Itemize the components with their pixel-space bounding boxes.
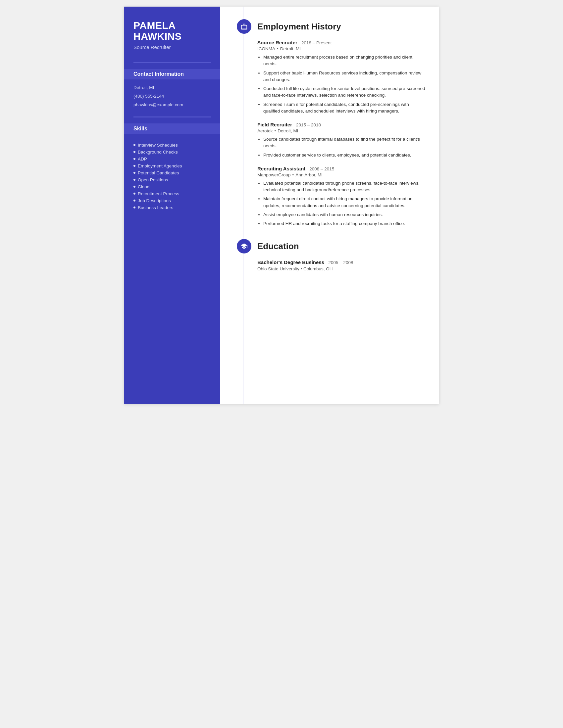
job-block: Recruiting Assistant 2008 – 2015 Manpowe… bbox=[237, 166, 426, 227]
skill-item: Potential Candidates bbox=[133, 170, 211, 175]
skill-label: Interview Schedules bbox=[138, 143, 178, 148]
skill-item: Recruitment Process bbox=[133, 191, 211, 196]
skill-item: Cloud bbox=[133, 184, 211, 189]
job-bullet: Evaluated potential candidates through p… bbox=[263, 180, 426, 194]
skill-item: Open Positions bbox=[133, 177, 211, 182]
skill-label: Potential Candidates bbox=[138, 170, 179, 175]
first-name: PAMELA bbox=[133, 20, 211, 31]
main-content: Employment History Source Recruiter 2018… bbox=[220, 7, 439, 404]
edu-degree-line: Bachelor's Degree Business 2005 – 2008 bbox=[257, 259, 426, 265]
job-title: Recruiting Assistant bbox=[257, 166, 305, 171]
skill-label: Cloud bbox=[138, 184, 149, 189]
skills-list: Interview SchedulesBackground ChecksADPE… bbox=[133, 143, 211, 212]
employment-title: Employment History bbox=[257, 22, 341, 32]
contact-section-title: Contact Information bbox=[124, 69, 220, 79]
employment-section: Employment History Source Recruiter 2018… bbox=[237, 19, 426, 227]
job-bullet: Source candidates through internal datab… bbox=[263, 136, 426, 150]
sidebar: PAMELA HAWKINS Source Recruiter Contact … bbox=[124, 7, 220, 404]
education-container: Bachelor's Degree Business 2005 – 2008 O… bbox=[237, 259, 426, 271]
briefcase-icon bbox=[240, 23, 248, 30]
skill-bullet bbox=[133, 151, 135, 153]
skill-bullet bbox=[133, 144, 135, 146]
skill-label: Business Leaders bbox=[138, 205, 173, 210]
job-dates: 2015 – 2018 bbox=[296, 122, 321, 127]
name-block: PAMELA HAWKINS Source Recruiter bbox=[133, 20, 211, 50]
skill-bullet bbox=[133, 158, 135, 160]
education-icon bbox=[237, 239, 251, 253]
edu-degree: Bachelor's Degree Business bbox=[257, 259, 324, 265]
skill-bullet bbox=[133, 186, 135, 188]
skill-item: Background Checks bbox=[133, 150, 211, 155]
skill-bullet bbox=[133, 206, 135, 208]
skill-label: Background Checks bbox=[138, 150, 178, 155]
job-bullets: Source candidates through internal datab… bbox=[257, 136, 426, 159]
job-title: Source Recruiter bbox=[257, 40, 298, 45]
job-company: ICONMA•Detroit, MI bbox=[257, 46, 426, 51]
job-header: Recruiting Assistant 2008 – 2015 bbox=[257, 166, 426, 171]
job-header: Field Recruiter 2015 – 2018 bbox=[257, 122, 426, 127]
graduation-cap-icon bbox=[240, 243, 248, 250]
skill-label: Job Descriptions bbox=[138, 198, 171, 203]
skill-item: Business Leaders bbox=[133, 205, 211, 210]
job-company: ManpowerGroup•Ann Arbor, MI bbox=[257, 172, 426, 177]
job-block: Field Recruiter 2015 – 2018 Aerotek•Detr… bbox=[237, 122, 426, 159]
job-bullet: Managed entire recruitment process based… bbox=[263, 54, 426, 68]
skill-item: Job Descriptions bbox=[133, 198, 211, 203]
job-bullet: Assist employee candidates with human re… bbox=[263, 211, 426, 218]
education-section-header: Education bbox=[237, 239, 426, 253]
sidebar-job-title: Source Recruiter bbox=[133, 44, 211, 50]
job-bullet: Support other basic Human Resources serv… bbox=[263, 70, 426, 83]
education-section: Education Bachelor's Degree Business 200… bbox=[237, 239, 426, 271]
sidebar-divider-2 bbox=[133, 116, 211, 117]
job-bullets: Managed entire recruitment process based… bbox=[257, 54, 426, 114]
edu-school: Ohio State University • Columbus, OH bbox=[257, 266, 426, 271]
skill-label: Open Positions bbox=[138, 177, 168, 182]
edu-dates: 2005 – 2008 bbox=[328, 260, 353, 265]
job-title: Field Recruiter bbox=[257, 122, 292, 127]
education-block: Bachelor's Degree Business 2005 – 2008 O… bbox=[237, 259, 426, 271]
job-bullet: Maintain frequent direct contact with hi… bbox=[263, 196, 426, 209]
skill-bullet bbox=[133, 172, 135, 174]
jobs-container: Source Recruiter 2018 – Present ICONMA•D… bbox=[237, 40, 426, 227]
sidebar-divider bbox=[133, 62, 211, 63]
job-bullet: Performed HR and recruiting tasks for a … bbox=[263, 220, 426, 227]
skill-label: ADP bbox=[138, 157, 147, 161]
job-block: Source Recruiter 2018 – Present ICONMA•D… bbox=[237, 40, 426, 114]
job-company: Aerotek•Detroit, MI bbox=[257, 128, 426, 133]
job-bullet: Provided customer service to clients, em… bbox=[263, 152, 426, 159]
contact-email: phawkins@example.com bbox=[133, 102, 211, 108]
contact-city: Detroit, MI bbox=[133, 85, 211, 91]
last-name: HAWKINS bbox=[133, 31, 211, 42]
employment-icon bbox=[237, 19, 251, 34]
skill-label: Recruitment Process bbox=[138, 191, 179, 196]
skills-section-title: Skills bbox=[124, 123, 220, 134]
skill-bullet bbox=[133, 193, 135, 195]
skill-item: ADP bbox=[133, 157, 211, 161]
job-bullet: Conducted full life cycle recruiting for… bbox=[263, 85, 426, 99]
skill-bullet bbox=[133, 200, 135, 202]
skill-label: Employment Agencies bbox=[138, 163, 182, 168]
skill-bullet bbox=[133, 165, 135, 167]
job-dates: 2018 – Present bbox=[302, 40, 332, 45]
contact-phone: (480) 555-2144 bbox=[133, 93, 211, 100]
job-bullets: Evaluated potential candidates through p… bbox=[257, 180, 426, 227]
education-title: Education bbox=[257, 241, 299, 251]
skill-bullet bbox=[133, 179, 135, 181]
employment-section-header: Employment History bbox=[237, 19, 426, 34]
resume-container: PAMELA HAWKINS Source Recruiter Contact … bbox=[124, 7, 439, 404]
job-dates: 2008 – 2015 bbox=[309, 166, 334, 171]
skill-item: Interview Schedules bbox=[133, 143, 211, 148]
skill-item: Employment Agencies bbox=[133, 163, 211, 168]
job-header: Source Recruiter 2018 – Present bbox=[257, 40, 426, 45]
job-bullet: Screened r sum s for potential candidate… bbox=[263, 101, 426, 115]
